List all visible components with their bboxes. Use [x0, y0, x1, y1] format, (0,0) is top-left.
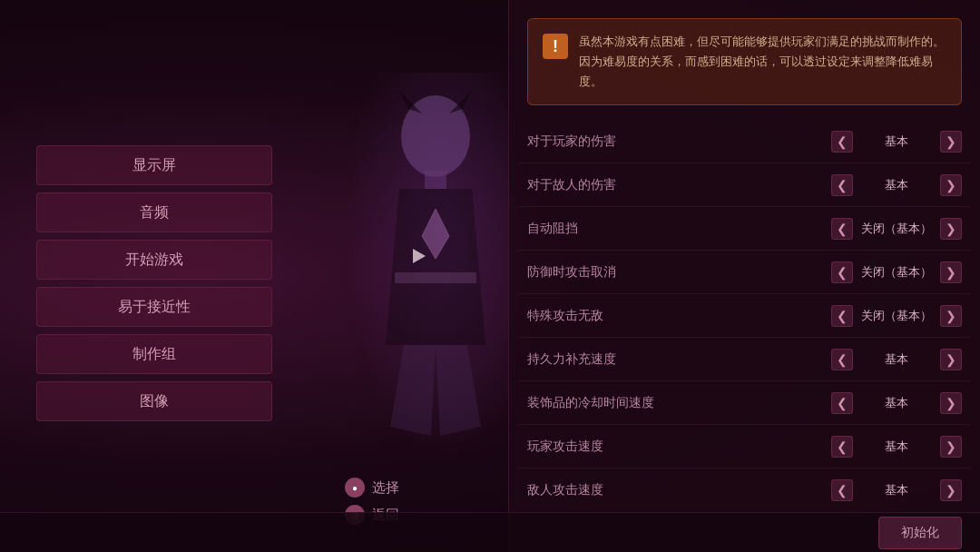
character-silhouette: [354, 91, 517, 436]
setting-controls-0: ❮ 基本 ❯: [817, 131, 962, 153]
setting-prev-4[interactable]: ❮: [831, 305, 853, 327]
setting-next-6[interactable]: ❯: [940, 392, 962, 414]
sidebar-item-accessibility[interactable]: 易于接近性: [36, 287, 272, 327]
setting-prev-7[interactable]: ❮: [831, 436, 853, 458]
sidebar-item-credits[interactable]: 制作组: [36, 334, 272, 374]
setting-next-5[interactable]: ❯: [940, 349, 962, 370]
setting-next-0[interactable]: ❯: [940, 131, 962, 153]
setting-value-8: 基本: [860, 482, 933, 498]
setting-value-6: 基本: [860, 395, 933, 411]
setting-next-8[interactable]: ❯: [940, 479, 962, 501]
setting-controls-7: ❮ 基本 ❯: [817, 436, 962, 458]
right-panel: ! 虽然本游戏有点困难，但尽可能能够提供玩家们满足的挑战而制作的。因为难易度的关…: [508, 0, 980, 552]
setting-next-1[interactable]: ❯: [940, 174, 962, 196]
setting-label-8: 敌人攻击速度: [527, 482, 817, 498]
select-icon: ●: [345, 478, 365, 498]
setting-value-3: 关闭（基本）: [860, 264, 933, 281]
warning-box: ! 虽然本游戏有点困难，但尽可能能够提供玩家们满足的挑战而制作的。因为难易度的关…: [527, 18, 962, 105]
setting-controls-3: ❮ 关闭（基本） ❯: [817, 261, 962, 283]
setting-prev-1[interactable]: ❮: [831, 174, 853, 196]
setting-controls-4: ❮ 关闭（基本） ❯: [817, 305, 962, 327]
setting-controls-1: ❮ 基本 ❯: [817, 174, 962, 196]
setting-label-2: 自动阻挡: [527, 221, 817, 237]
setting-label-3: 防御时攻击取消: [527, 264, 817, 281]
setting-value-5: 基本: [860, 351, 933, 368]
select-control[interactable]: ● 选择: [345, 478, 399, 498]
setting-value-2: 关闭（基本）: [860, 221, 933, 237]
bottom-bar: 初始化: [0, 512, 980, 552]
setting-row-5: 持久力补充速度 ❮ 基本 ❯: [518, 338, 971, 381]
setting-next-7[interactable]: ❯: [940, 436, 962, 458]
svg-rect-3: [425, 171, 446, 189]
svg-marker-7: [436, 345, 481, 436]
svg-rect-5: [395, 272, 476, 283]
setting-row-7: 玩家攻击速度 ❮ 基本 ❯: [518, 425, 971, 468]
setting-value-0: 基本: [860, 133, 933, 150]
setting-label-4: 特殊攻击无敌: [527, 308, 817, 324]
setting-row-0: 对于玩家的伤害 ❮ 基本 ❯: [518, 120, 971, 163]
setting-value-1: 基本: [860, 177, 933, 193]
settings-list: 对于玩家的伤害 ❮ 基本 ❯ 对于故人的伤害 ❮ 基本 ❯ 自动阻挡 ❮ 关闭（…: [509, 120, 980, 501]
warning-text: 虽然本游戏有点困难，但尽可能能够提供玩家们满足的挑战而制作的。因为难易度的关系，…: [579, 32, 946, 92]
setting-label-6: 装饰品的冷却时间速度: [527, 395, 817, 411]
setting-prev-0[interactable]: ❮: [831, 131, 853, 153]
setting-controls-6: ❮ 基本 ❯: [817, 392, 962, 414]
setting-controls-5: ❮ 基本 ❯: [817, 349, 962, 370]
setting-row-2: 自动阻挡 ❮ 关闭（基本） ❯: [518, 207, 971, 251]
setting-value-4: 关闭（基本）: [860, 308, 933, 324]
sidebar-menu: 显示屏 音频 开始游戏 易于接近性 制作组 图像: [0, 145, 327, 421]
setting-row-4: 特殊攻击无敌 ❮ 关闭（基本） ❯: [518, 294, 971, 338]
setting-row-6: 装饰品的冷却时间速度 ❮ 基本 ❯: [518, 381, 971, 425]
sidebar-item-display[interactable]: 显示屏: [36, 145, 272, 185]
sidebar-item-image[interactable]: 图像: [36, 381, 272, 421]
setting-prev-8[interactable]: ❮: [831, 479, 853, 501]
setting-prev-3[interactable]: ❮: [831, 261, 853, 283]
sidebar-item-startgame[interactable]: 开始游戏: [36, 240, 272, 280]
setting-label-0: 对于玩家的伤害: [527, 133, 817, 150]
setting-value-7: 基本: [860, 439, 933, 455]
sidebar-item-audio[interactable]: 音频: [36, 192, 272, 232]
setting-prev-2[interactable]: ❮: [831, 218, 853, 240]
setting-next-4[interactable]: ❯: [940, 305, 962, 327]
setting-row-8: 敌人攻击速度 ❮ 基本 ❯: [518, 468, 971, 501]
setting-controls-2: ❮ 关闭（基本） ❯: [817, 218, 962, 240]
cursor-arrow: [413, 249, 426, 263]
setting-label-7: 玩家攻击速度: [527, 439, 817, 455]
warning-icon: !: [543, 34, 568, 59]
setting-row-1: 对于故人的伤害 ❮ 基本 ❯: [518, 163, 971, 207]
setting-controls-8: ❮ 基本 ❯: [817, 479, 962, 501]
setting-label-5: 持久力补充速度: [527, 351, 817, 368]
setting-next-3[interactable]: ❯: [940, 261, 962, 283]
init-button[interactable]: 初始化: [878, 517, 962, 549]
setting-row-3: 防御时攻击取消 ❮ 关闭（基本） ❯: [518, 251, 971, 294]
setting-prev-5[interactable]: ❮: [831, 349, 853, 370]
svg-marker-6: [390, 345, 436, 436]
setting-next-2[interactable]: ❯: [940, 218, 962, 240]
setting-prev-6[interactable]: ❮: [831, 392, 853, 414]
setting-label-1: 对于故人的伤害: [527, 177, 817, 193]
